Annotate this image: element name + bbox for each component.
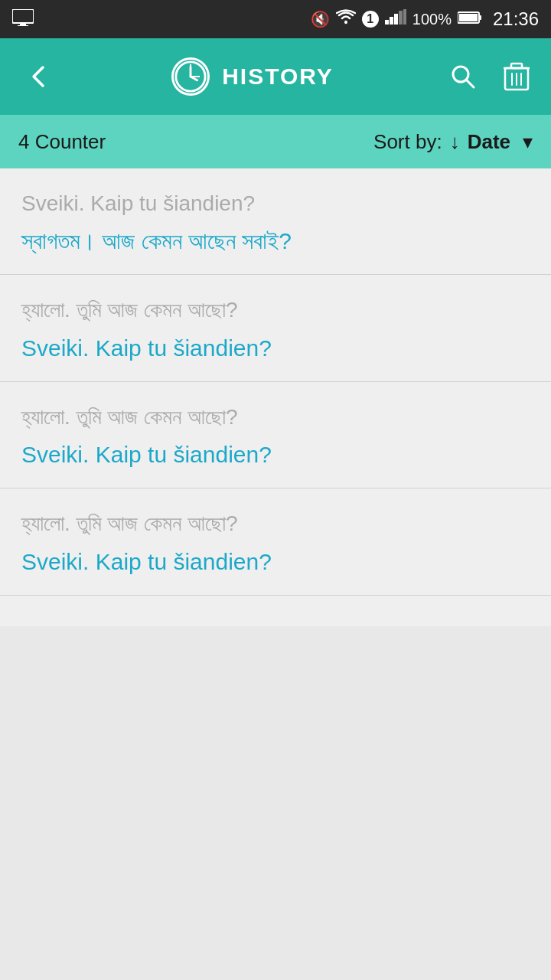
toolbar-title-area: HISTORY [61,57,444,96]
search-button[interactable] [444,57,482,96]
sort-value: Date [468,130,510,154]
screen-icon [12,9,34,30]
history-item-source-3: হ্যালো. তুমি আজ কেমন আছো? [21,510,530,537]
svg-rect-11 [479,15,481,20]
status-right-icons: 🔇 1 100% [311,8,539,30]
counter-label: 4 Counter [18,130,106,154]
history-item-source-0: Sveiki. Kaip tu šiandien? [21,190,530,217]
battery-text: 100% [412,11,452,28]
svg-rect-7 [399,11,403,24]
svg-rect-6 [394,14,398,24]
delete-button[interactable] [497,56,536,97]
svg-point-12 [176,62,205,91]
history-item-translation-3: Sveiki. Kaip tu šiandien? [21,546,530,578]
sim-badge: 1 [362,11,379,28]
back-button[interactable] [15,63,61,90]
svg-rect-2 [18,25,28,26]
filter-bar: 4 Counter Sort by: ↓ Date ▾ [0,115,551,168]
toolbar-title: HISTORY [222,64,334,90]
svg-rect-19 [511,64,522,68]
svg-rect-0 [12,9,34,23]
svg-line-14 [191,77,197,80]
sort-direction-icon: ↓ [450,130,460,154]
status-left-icons [12,9,34,30]
history-item-translation-1: Sveiki. Kaip tu šiandien? [21,332,530,364]
signal-icon [385,9,406,29]
toolbar: HISTORY [0,38,551,115]
history-item-translation-0: স্বাগতম। আজ কেমন আছেন সবাই? [21,225,530,257]
toolbar-action-icons [444,56,536,97]
history-item-source-1: হ্যালো. তুমি আজ কেমন আছো? [21,296,530,324]
history-item[interactable]: হ্যালো. তুমি আজ কেমন আছো? Sveiki. Kaip t… [0,488,551,595]
history-list: Sveiki. Kaip tu šiandien? স্বাগতম। আজ কে… [0,168,551,626]
status-bar: 🔇 1 100% [0,0,551,38]
svg-point-3 [344,21,347,24]
history-item[interactable]: হ্যালো. তুমি আজ কেমন আছো? Sveiki. Kaip t… [0,382,551,488]
history-clock-icon [171,57,210,96]
svg-rect-10 [459,14,478,21]
wifi-icon [336,9,356,29]
svg-rect-1 [20,23,26,25]
battery-icon [458,9,482,29]
status-time: 21:36 [493,8,539,30]
history-item-source-2: হ্যালো. তুমি আজ কেমন আছো? [21,403,530,431]
sort-control[interactable]: Sort by: ↓ Date ▾ [373,130,533,154]
mute-icon: 🔇 [311,10,330,28]
history-item-translation-2: Sveiki. Kaip tu šiandien? [21,439,530,471]
dropdown-arrow-icon: ▾ [523,130,533,154]
history-item[interactable]: Sveiki. Kaip tu šiandien? স্বাগতম। আজ কে… [0,168,551,275]
svg-rect-4 [385,20,389,24]
sort-by-label: Sort by: [373,130,442,154]
svg-line-16 [466,80,474,87]
svg-rect-5 [390,17,393,24]
svg-rect-8 [403,9,406,24]
history-item[interactable]: হ্যালো. তুমি আজ কেমন আছো? Sveiki. Kaip t… [0,275,551,381]
